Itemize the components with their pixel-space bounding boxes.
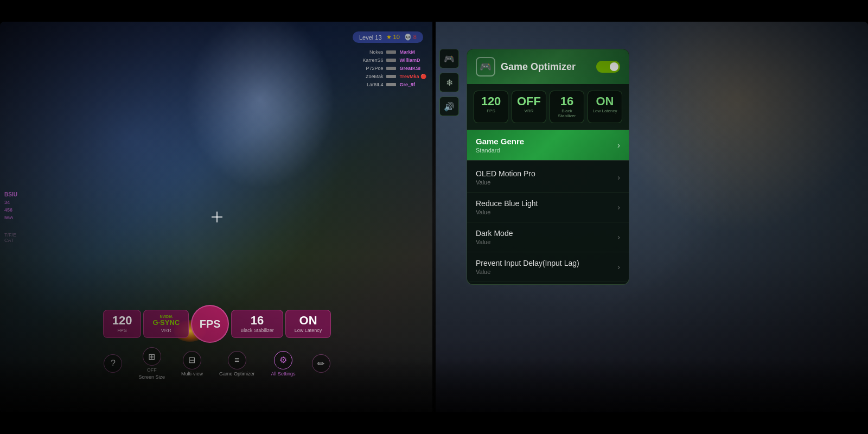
multiview-label: Multi-view: [181, 371, 203, 376]
all-settings-item[interactable]: ⚙ All Settings: [271, 351, 296, 376]
screen-size-val: OFF: [147, 367, 157, 373]
gsync-label: G·SYNC: [152, 318, 180, 327]
gun-icon: [386, 50, 396, 54]
black-val: 16: [240, 315, 274, 327]
star-count: ★ 10: [386, 34, 400, 41]
dark-mode-title: Dark Mode: [476, 229, 513, 238]
oled-motion-pro-text: OLED Motion Pro Value: [476, 169, 535, 186]
input-delay-chevron-icon: ›: [617, 263, 620, 271]
vrr-stat-pill: NVIDIA G·SYNC VRR: [143, 310, 189, 338]
stat-vrr: OFF VRR: [512, 91, 546, 123]
stat-black: 16 Black Stabilizer: [550, 91, 584, 123]
stat-vrr-val: OFF: [515, 95, 542, 107]
stat-latency: ON Low Latency: [588, 91, 622, 123]
stat-black-val: 16: [553, 95, 580, 107]
dark-mode-sub: Value: [476, 239, 513, 245]
optimizer-stats-grid: 120 FPS OFF VRR 16 Black Stabilizer ON L…: [467, 84, 629, 130]
screen-container: Level 13 ★ 10 💀 8 Nokes MarkM KarrenS6 W…: [0, 0, 868, 434]
stat-latency-unit: Low Latency: [591, 108, 618, 113]
gun-icon: [386, 59, 396, 62]
stat-black-unit: Black Stabilizer: [553, 108, 580, 118]
multiview-icon[interactable]: ⊟: [183, 351, 201, 369]
blue-light-chevron-icon: ›: [617, 203, 620, 212]
score-row: Lar6IL4 Gre_9f: [351, 81, 429, 88]
genre-chevron-icon: ›: [617, 141, 620, 150]
snowflake-sidebar-icon[interactable]: ❄: [439, 73, 459, 92]
help-icon-item[interactable]: ?: [104, 354, 122, 373]
input-delay-title: Prevent Input Delay(Input Lag): [476, 259, 579, 267]
optimizer-header-left: 🎮 Game Optimizer: [476, 57, 576, 76]
gun-icon: [386, 75, 396, 78]
stat-vrr-unit: VRR: [515, 108, 542, 113]
genre-subtitle: Standard: [476, 147, 524, 154]
level-text: Level 13: [359, 34, 382, 41]
controller-sidebar-icon[interactable]: 🎮: [439, 49, 459, 68]
gun-icon: [386, 83, 396, 86]
hud-cat: T/F/ECAT: [4, 232, 17, 243]
oled-chevron-icon: ›: [617, 173, 620, 182]
stats-row: 120 FPS NVIDIA G·SYNC VRR FPS 16 Black S…: [33, 305, 401, 343]
oled-motion-pro-item[interactable]: OLED Motion Pro Value ›: [467, 163, 629, 193]
game-optimizer-icon[interactable]: ≡: [228, 351, 246, 369]
stat-latency-val: ON: [591, 95, 618, 107]
score-row: Nokes MarkM: [351, 49, 429, 55]
fps-badge: FPS: [191, 305, 229, 343]
menu-items: OLED Motion Pro Value › Reduce Blue Ligh…: [467, 161, 629, 284]
score-row: ZoeMak TrevMka 🔴: [351, 73, 429, 80]
black-label: Black Stabilizer: [240, 328, 274, 333]
on-label: Low Latency: [295, 328, 322, 333]
bsiu-label: BSIU 3445656A: [4, 191, 17, 221]
on-val: ON: [295, 315, 322, 327]
fps-label: FPS: [112, 328, 132, 333]
stat-fps: 120 FPS: [474, 91, 508, 123]
input-delay-text: Prevent Input Delay(Input Lag) Value: [476, 259, 579, 275]
edit-item[interactable]: ✏: [312, 354, 330, 373]
hud-left-stats: BSIU 3445656A T/F/ECAT: [4, 191, 17, 243]
optimizer-panel: 🎮 Game Optimizer 120 FPS OFF VRR 16 Blac…: [467, 49, 629, 285]
score-row: P72Poe GreatKSI: [351, 65, 429, 72]
vrr-label: VRR: [152, 328, 180, 333]
scoreboard: Nokes MarkM KarrenS6 WilliamD P72Poe Gre…: [351, 49, 429, 90]
volume-sidebar-icon[interactable]: 🔊: [439, 97, 459, 116]
optimizer-toggle[interactable]: [596, 61, 620, 73]
screen-divider: [432, 22, 436, 412]
monitor-left: Level 13 ★ 10 💀 8 Nokes MarkM KarrenS6 W…: [0, 22, 434, 412]
edit-icon[interactable]: ✏: [312, 354, 330, 373]
reduce-blue-light-item[interactable]: Reduce Blue Light Value ›: [467, 193, 629, 222]
bottom-icons-row: ? ⊞ OFF Screen Size ⊟ Multi-view ≡ Game …: [33, 347, 401, 380]
optimizer-title: Game Optimizer: [501, 61, 576, 73]
reduce-blue-light-sub: Value: [476, 209, 538, 215]
input-delay-item[interactable]: Prevent Input Delay(Input Lag) Value ›: [467, 252, 629, 282]
game-optimizer-label: Game Optimizer: [219, 371, 255, 376]
optimizer-sidebar: 🎮 ❄ 🔊: [439, 49, 459, 116]
oled-motion-pro-title: OLED Motion Pro: [476, 169, 535, 178]
controller-icon: 🎮: [476, 57, 495, 76]
reduce-blue-light-title: Reduce Blue Light: [476, 199, 538, 208]
stat-fps-unit: FPS: [477, 108, 505, 113]
gun-icon: [386, 67, 396, 70]
screen-size-item[interactable]: ⊞ OFF Screen Size: [138, 347, 165, 380]
optimizer-header: 🎮 Game Optimizer: [467, 49, 629, 84]
genre-title: Game Genre: [476, 137, 524, 146]
reduce-blue-light-text: Reduce Blue Light Value: [476, 199, 538, 215]
monitor-right: 🎮 ❄ 🔊 🎮 Game Optimizer 120 FPS OFF: [434, 22, 868, 412]
score-row: KarrenS6 WilliamD: [351, 57, 429, 63]
fps-stat-pill: 120 FPS: [103, 310, 142, 338]
multiview-item[interactable]: ⊟ Multi-view: [181, 351, 203, 376]
crosshair: [212, 212, 222, 222]
genre-text: Game Genre Standard: [476, 137, 524, 154]
screen-size-label: Screen Size: [138, 374, 165, 380]
help-circle-icon[interactable]: ?: [104, 354, 122, 373]
low-latency-pill: ON Low Latency: [285, 310, 331, 338]
level-bar: Level 13 ★ 10 💀 8: [353, 31, 423, 43]
genre-section[interactable]: Game Genre Standard ›: [467, 130, 629, 160]
screen-size-icon[interactable]: ⊞: [143, 347, 161, 366]
dark-mode-text: Dark Mode Value: [476, 229, 513, 245]
game-optimizer-item[interactable]: ≡ Game Optimizer: [219, 351, 255, 376]
fps-value: 120: [112, 315, 132, 327]
skull-count: 💀 8: [404, 34, 417, 41]
dark-mode-item[interactable]: Dark Mode Value ›: [467, 222, 629, 252]
all-settings-label: All Settings: [271, 371, 296, 376]
all-settings-icon[interactable]: ⚙: [274, 351, 292, 369]
nvidia-logo: NVIDIA: [152, 315, 180, 318]
